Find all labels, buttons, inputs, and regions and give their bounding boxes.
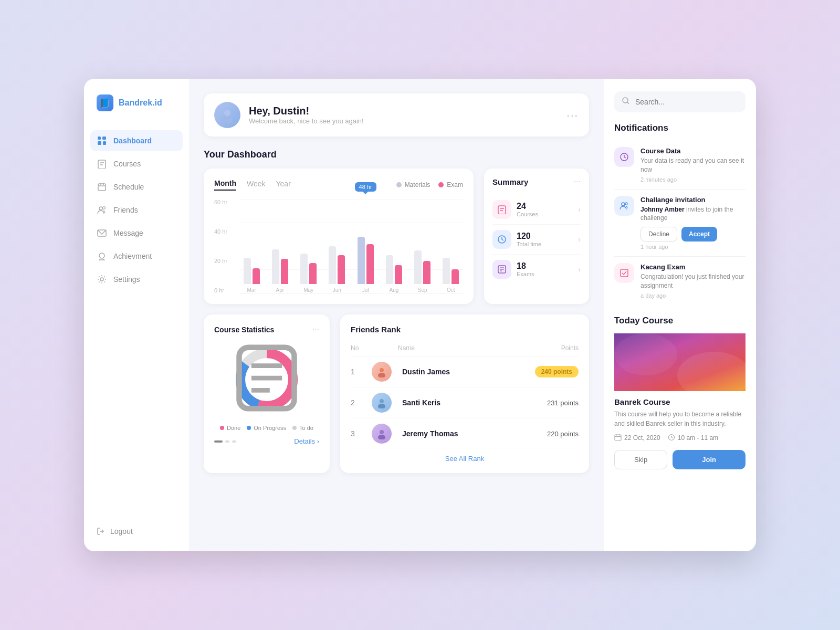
- svg-point-14: [99, 253, 104, 258]
- sidebar-item-courses[interactable]: Courses: [90, 153, 183, 174]
- sidebar-item-message[interactable]: Message: [90, 223, 183, 244]
- decline-button[interactable]: Decline: [640, 227, 677, 242]
- notif-challenge-title: Challange invitation: [640, 196, 746, 204]
- totaltime-count: 120: [517, 232, 541, 241]
- rank-row-3: 3 Jeremy Thomas 220 points: [351, 418, 579, 449]
- main-content: Hey, Dustin! Welcome back, nice to see y…: [189, 79, 604, 551]
- stats-title: Course Statistics: [214, 326, 274, 334]
- header-menu-dots[interactable]: ···: [566, 109, 579, 121]
- svg-rect-7: [98, 184, 106, 191]
- sidebar-item-achievement[interactable]: Achievment: [90, 246, 183, 267]
- legend-progress: On Progress: [247, 425, 286, 431]
- tab-month[interactable]: Month: [214, 179, 236, 191]
- bar-apr-pink: [281, 259, 288, 284]
- search-bar[interactable]: [614, 91, 746, 112]
- sidebar-item-label: Dashboard: [113, 136, 152, 145]
- rank-num-2: 2: [351, 398, 366, 407]
- summary-title: Summary: [492, 177, 528, 186]
- tab-week[interactable]: Week: [247, 180, 266, 190]
- legend-materials-dot: [396, 182, 402, 187]
- dots-nav: [214, 440, 236, 443]
- notif-challenge-content: Challange invitation Johnny Amber invite…: [640, 196, 746, 250]
- bar-sep-gray: [414, 250, 422, 284]
- summary-item-courses[interactable]: 24 Courses ›: [492, 195, 581, 225]
- course-time-text: 10 am - 11 am: [678, 434, 718, 442]
- tab-year[interactable]: Year: [276, 180, 291, 190]
- svg-point-16: [100, 278, 103, 281]
- accept-button[interactable]: Accept: [681, 227, 717, 242]
- avatar-dustin: [372, 362, 392, 382]
- stats-menu-dots[interactable]: ···: [312, 325, 319, 334]
- legend-exam-dot: [438, 182, 444, 187]
- notif-course-data-desc: Your data is ready and you can see it no…: [640, 156, 746, 174]
- notif-kacang-title: Kacang Exam: [640, 263, 746, 271]
- course-stats-card: Course Statistics ···: [204, 314, 330, 473]
- sidebar-item-schedule[interactable]: Schedule: [90, 176, 183, 197]
- course-meta: 22 Oct, 2020 10 am - 11 am: [614, 434, 746, 443]
- sidebar-item-label: Courses: [113, 160, 141, 168]
- stats-legend: Done On Progress To do: [214, 425, 319, 431]
- avatar-santi: [372, 393, 392, 413]
- bar-oct-pink: [452, 269, 459, 284]
- summary-item-totaltime[interactable]: 120 Total time ›: [492, 225, 581, 255]
- points-text-2: 231 points: [547, 399, 579, 407]
- sidebar-item-dashboard[interactable]: Dashboard: [90, 130, 183, 151]
- bar-apr-gray: [272, 249, 279, 284]
- bar-label-sep: Sep: [418, 287, 427, 293]
- bar-label-apr: Apr: [276, 287, 285, 293]
- course-date-text: 22 Oct, 2020: [624, 434, 660, 442]
- logout-button[interactable]: Logout: [84, 527, 189, 536]
- bar-may-pink: [309, 263, 317, 284]
- courses-icon: [97, 159, 107, 169]
- course-time: 10 am - 11 am: [668, 434, 718, 443]
- rank-title: Friends Rank: [351, 325, 579, 334]
- bar-aug-gray: [386, 255, 393, 284]
- notif-challenge-icon: [614, 196, 634, 216]
- sidebar-item-friends[interactable]: Friends: [90, 200, 183, 220]
- donut-center-icon: [230, 341, 303, 418]
- see-all-rank-link[interactable]: See All Rank: [351, 455, 579, 463]
- rank-row-2: 2 Santi Keris 231 points: [351, 387, 579, 418]
- notif-challenge: Challange invitation Johnny Amber invite…: [614, 190, 746, 257]
- summary-menu-dots[interactable]: ···: [574, 177, 581, 186]
- svg-line-42: [627, 102, 629, 104]
- notif-kacang-desc: Congratulation! you just finished your a…: [640, 272, 746, 290]
- notif-kacang: Kacang Exam Congratulation! you just fin…: [614, 257, 746, 305]
- search-icon: [622, 97, 630, 107]
- bar-label-oct: Oct: [447, 287, 455, 293]
- join-button[interactable]: Join: [673, 450, 746, 469]
- bar-group-oct: Oct: [439, 199, 463, 293]
- sidebar-item-settings[interactable]: Settings: [90, 269, 183, 290]
- details-link[interactable]: Details ›: [294, 437, 319, 445]
- bar-tooltip-jul: 48 hr: [355, 182, 376, 192]
- svg-rect-3: [103, 141, 106, 145]
- rank-points-3: 220 points: [526, 429, 579, 438]
- logo[interactable]: 📘 Bandrek.id: [84, 94, 189, 130]
- logo-icon: 📘: [97, 94, 113, 111]
- logo-text: Bandrek.id: [119, 98, 162, 108]
- sidebar-item-label: Message: [113, 229, 143, 237]
- rank-row-1: 1 Dustin James 240 points: [351, 356, 579, 387]
- settings-icon: [97, 274, 107, 285]
- course-date: 22 Oct, 2020: [614, 434, 660, 443]
- notifications-section: Notifications Course Data Your data is r…: [614, 123, 746, 305]
- legend-done-label: Done: [227, 425, 240, 431]
- notif-kacang-content: Kacang Exam Congratulation! you just fin…: [640, 263, 746, 299]
- notif-course-data-time: 2 minutes ago: [640, 176, 746, 183]
- svg-point-45: [625, 202, 627, 204]
- greeting-subtitle: Welcome back, nice to see you again!: [249, 117, 364, 125]
- legend-todo-label: To do: [299, 425, 313, 431]
- search-input[interactable]: [635, 98, 738, 106]
- bar-group-may: May: [297, 199, 321, 293]
- courses-label: Courses: [517, 211, 538, 217]
- svg-point-44: [622, 203, 625, 206]
- svg-rect-1: [102, 136, 106, 140]
- user-avatar: [214, 102, 240, 128]
- bar-group-apr: Apr: [268, 199, 292, 293]
- skip-button[interactable]: Skip: [614, 450, 667, 469]
- exams-label: Exams: [517, 271, 534, 277]
- course-desc: This course will help you to become a re…: [614, 410, 746, 428]
- friends-rank-card: Friends Rank No Name Points 1: [340, 314, 589, 473]
- summary-item-exams[interactable]: 18 Exams ›: [492, 255, 581, 284]
- right-panel: Notifications Course Data Your data is r…: [604, 79, 756, 551]
